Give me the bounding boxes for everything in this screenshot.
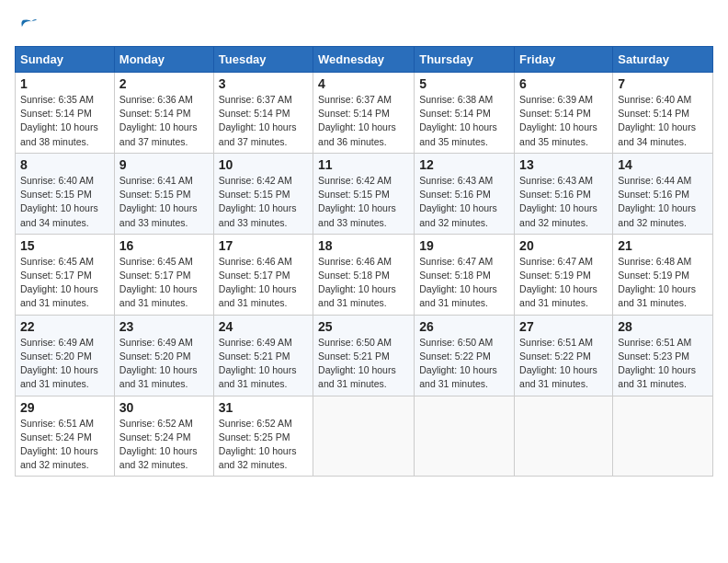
day-number: 24 bbox=[219, 319, 308, 334]
day-number: 23 bbox=[119, 319, 209, 334]
day-info: Sunrise: 6:39 AMSunset: 5:14 PMDaylight:… bbox=[519, 94, 597, 147]
day-number: 18 bbox=[318, 238, 409, 253]
day-number: 30 bbox=[119, 400, 209, 415]
day-number: 31 bbox=[219, 400, 308, 415]
day-number: 12 bbox=[419, 157, 509, 172]
logo bbox=[15, 15, 37, 35]
calendar-cell: 27 Sunrise: 6:51 AMSunset: 5:22 PMDaylig… bbox=[515, 315, 613, 396]
day-number: 13 bbox=[519, 157, 608, 172]
day-number: 5 bbox=[419, 76, 509, 91]
weekday-header-saturday: Saturday bbox=[613, 47, 713, 73]
day-info: Sunrise: 6:49 AMSunset: 5:21 PMDaylight:… bbox=[219, 337, 297, 390]
calendar-cell: 28 Sunrise: 6:51 AMSunset: 5:23 PMDaylig… bbox=[613, 315, 713, 396]
calendar-week-3: 15 Sunrise: 6:45 AMSunset: 5:17 PMDaylig… bbox=[16, 234, 713, 315]
day-info: Sunrise: 6:51 AMSunset: 5:22 PMDaylight:… bbox=[519, 337, 597, 390]
day-number: 6 bbox=[519, 76, 608, 91]
day-info: Sunrise: 6:46 AMSunset: 5:18 PMDaylight:… bbox=[318, 256, 396, 309]
calendar-cell: 1 Sunrise: 6:35 AMSunset: 5:14 PMDayligh… bbox=[16, 73, 115, 154]
calendar-cell: 19 Sunrise: 6:47 AMSunset: 5:18 PMDaylig… bbox=[415, 234, 515, 315]
calendar-cell: 13 Sunrise: 6:43 AMSunset: 5:16 PMDaylig… bbox=[515, 153, 613, 234]
day-number: 7 bbox=[618, 76, 708, 91]
calendar-cell: 17 Sunrise: 6:46 AMSunset: 5:17 PMDaylig… bbox=[213, 234, 313, 315]
calendar-cell: 5 Sunrise: 6:38 AMSunset: 5:14 PMDayligh… bbox=[415, 73, 515, 154]
calendar-cell: 10 Sunrise: 6:42 AMSunset: 5:15 PMDaylig… bbox=[213, 153, 313, 234]
calendar-cell bbox=[415, 396, 515, 477]
day-info: Sunrise: 6:51 AMSunset: 5:24 PMDaylight:… bbox=[20, 418, 98, 471]
day-number: 17 bbox=[219, 238, 308, 253]
day-number: 20 bbox=[519, 238, 608, 253]
calendar-cell: 16 Sunrise: 6:45 AMSunset: 5:17 PMDaylig… bbox=[114, 234, 213, 315]
calendar-cell: 26 Sunrise: 6:50 AMSunset: 5:22 PMDaylig… bbox=[415, 315, 515, 396]
day-number: 3 bbox=[219, 76, 308, 91]
day-info: Sunrise: 6:35 AMSunset: 5:14 PMDaylight:… bbox=[20, 94, 98, 147]
calendar-cell: 15 Sunrise: 6:45 AMSunset: 5:17 PMDaylig… bbox=[16, 234, 115, 315]
calendar-cell: 24 Sunrise: 6:49 AMSunset: 5:21 PMDaylig… bbox=[213, 315, 313, 396]
calendar-cell: 20 Sunrise: 6:47 AMSunset: 5:19 PMDaylig… bbox=[515, 234, 613, 315]
calendar-cell: 4 Sunrise: 6:37 AMSunset: 5:14 PMDayligh… bbox=[313, 73, 415, 154]
day-number: 22 bbox=[20, 319, 109, 334]
calendar-cell: 8 Sunrise: 6:40 AMSunset: 5:15 PMDayligh… bbox=[16, 153, 115, 234]
day-info: Sunrise: 6:52 AMSunset: 5:25 PMDaylight:… bbox=[219, 418, 297, 471]
day-info: Sunrise: 6:43 AMSunset: 5:16 PMDaylight:… bbox=[419, 175, 497, 228]
logo-bird-icon bbox=[17, 15, 37, 35]
day-number: 27 bbox=[519, 319, 608, 334]
calendar-week-2: 8 Sunrise: 6:40 AMSunset: 5:15 PMDayligh… bbox=[16, 153, 713, 234]
day-info: Sunrise: 6:52 AMSunset: 5:24 PMDaylight:… bbox=[119, 418, 198, 471]
day-info: Sunrise: 6:41 AMSunset: 5:15 PMDaylight:… bbox=[119, 175, 198, 228]
calendar-cell: 22 Sunrise: 6:49 AMSunset: 5:20 PMDaylig… bbox=[16, 315, 115, 396]
calendar-cell bbox=[313, 396, 415, 477]
day-number: 11 bbox=[318, 157, 409, 172]
day-number: 9 bbox=[119, 157, 209, 172]
day-info: Sunrise: 6:45 AMSunset: 5:17 PMDaylight:… bbox=[119, 256, 198, 309]
calendar-cell bbox=[613, 396, 713, 477]
day-info: Sunrise: 6:43 AMSunset: 5:16 PMDaylight:… bbox=[519, 175, 597, 228]
day-info: Sunrise: 6:37 AMSunset: 5:14 PMDaylight:… bbox=[318, 94, 396, 147]
day-number: 2 bbox=[119, 76, 209, 91]
calendar-cell: 29 Sunrise: 6:51 AMSunset: 5:24 PMDaylig… bbox=[16, 396, 115, 477]
calendar-cell: 18 Sunrise: 6:46 AMSunset: 5:18 PMDaylig… bbox=[313, 234, 415, 315]
day-number: 1 bbox=[20, 76, 109, 91]
calendar-header: SundayMondayTuesdayWednesdayThursdayFrid… bbox=[16, 47, 713, 73]
calendar-week-5: 29 Sunrise: 6:51 AMSunset: 5:24 PMDaylig… bbox=[16, 396, 713, 477]
day-info: Sunrise: 6:48 AMSunset: 5:19 PMDaylight:… bbox=[618, 256, 696, 309]
day-number: 28 bbox=[618, 319, 708, 334]
day-info: Sunrise: 6:38 AMSunset: 5:14 PMDaylight:… bbox=[419, 94, 497, 147]
calendar-cell: 2 Sunrise: 6:36 AMSunset: 5:14 PMDayligh… bbox=[114, 73, 213, 154]
calendar-cell: 6 Sunrise: 6:39 AMSunset: 5:14 PMDayligh… bbox=[515, 73, 613, 154]
calendar-cell: 3 Sunrise: 6:37 AMSunset: 5:14 PMDayligh… bbox=[213, 73, 313, 154]
day-info: Sunrise: 6:42 AMSunset: 5:15 PMDaylight:… bbox=[219, 175, 297, 228]
calendar-week-1: 1 Sunrise: 6:35 AMSunset: 5:14 PMDayligh… bbox=[16, 73, 713, 154]
calendar-cell: 12 Sunrise: 6:43 AMSunset: 5:16 PMDaylig… bbox=[415, 153, 515, 234]
weekday-header-friday: Friday bbox=[515, 47, 613, 73]
weekday-header-tuesday: Tuesday bbox=[213, 47, 313, 73]
day-info: Sunrise: 6:44 AMSunset: 5:16 PMDaylight:… bbox=[618, 175, 696, 228]
calendar-table: SundayMondayTuesdayWednesdayThursdayFrid… bbox=[15, 46, 713, 477]
page-header bbox=[15, 15, 713, 35]
calendar-cell: 31 Sunrise: 6:52 AMSunset: 5:25 PMDaylig… bbox=[213, 396, 313, 477]
day-number: 4 bbox=[318, 76, 409, 91]
day-info: Sunrise: 6:47 AMSunset: 5:19 PMDaylight:… bbox=[519, 256, 597, 309]
calendar-cell: 21 Sunrise: 6:48 AMSunset: 5:19 PMDaylig… bbox=[613, 234, 713, 315]
calendar-cell: 11 Sunrise: 6:42 AMSunset: 5:15 PMDaylig… bbox=[313, 153, 415, 234]
calendar-cell: 25 Sunrise: 6:50 AMSunset: 5:21 PMDaylig… bbox=[313, 315, 415, 396]
day-info: Sunrise: 6:49 AMSunset: 5:20 PMDaylight:… bbox=[119, 337, 198, 390]
day-info: Sunrise: 6:51 AMSunset: 5:23 PMDaylight:… bbox=[618, 337, 696, 390]
calendar-cell: 7 Sunrise: 6:40 AMSunset: 5:14 PMDayligh… bbox=[613, 73, 713, 154]
day-info: Sunrise: 6:49 AMSunset: 5:20 PMDaylight:… bbox=[20, 337, 98, 390]
day-number: 8 bbox=[20, 157, 109, 172]
day-info: Sunrise: 6:40 AMSunset: 5:14 PMDaylight:… bbox=[618, 94, 696, 147]
day-info: Sunrise: 6:46 AMSunset: 5:17 PMDaylight:… bbox=[219, 256, 297, 309]
day-info: Sunrise: 6:47 AMSunset: 5:18 PMDaylight:… bbox=[419, 256, 497, 309]
day-info: Sunrise: 6:50 AMSunset: 5:22 PMDaylight:… bbox=[419, 337, 497, 390]
weekday-header-sunday: Sunday bbox=[16, 47, 115, 73]
day-number: 26 bbox=[419, 319, 509, 334]
day-info: Sunrise: 6:37 AMSunset: 5:14 PMDaylight:… bbox=[219, 94, 297, 147]
day-info: Sunrise: 6:45 AMSunset: 5:17 PMDaylight:… bbox=[20, 256, 98, 309]
calendar-cell: 23 Sunrise: 6:49 AMSunset: 5:20 PMDaylig… bbox=[114, 315, 213, 396]
day-number: 14 bbox=[618, 157, 708, 172]
day-info: Sunrise: 6:42 AMSunset: 5:15 PMDaylight:… bbox=[318, 175, 396, 228]
weekday-header-wednesday: Wednesday bbox=[313, 47, 415, 73]
calendar-cell: 30 Sunrise: 6:52 AMSunset: 5:24 PMDaylig… bbox=[114, 396, 213, 477]
day-number: 19 bbox=[419, 238, 509, 253]
day-number: 15 bbox=[20, 238, 109, 253]
